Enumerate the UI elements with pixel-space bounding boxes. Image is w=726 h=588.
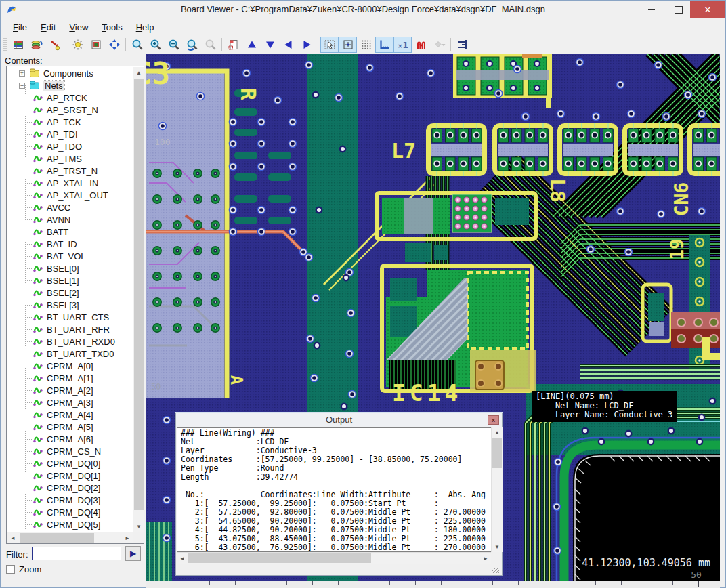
menu-bar: FileEditViewToolsHelp <box>1 18 725 37</box>
tree-net-item[interactable]: AP_TMS <box>7 152 132 165</box>
tree-net-item[interactable]: CPRM_A[6] <box>7 433 132 445</box>
tree-net-item[interactable]: BSEL[0] <box>7 262 132 274</box>
scroll-left-icon[interactable]: ◄ <box>7 532 18 543</box>
tree-item-components[interactable]: + Components <box>7 67 132 79</box>
tree-net-item[interactable]: AP_XTAL_IN <box>7 177 132 189</box>
resize-grip[interactable] <box>492 568 499 573</box>
output-close-button[interactable]: x <box>488 415 499 425</box>
tree-net-item[interactable]: BSEL[1] <box>7 274 132 287</box>
expand-minus-icon[interactable]: − <box>19 83 25 89</box>
minimize-button[interactable] <box>641 1 662 18</box>
layer-color-table-button[interactable] <box>9 37 27 53</box>
scale-x1-button[interactable]: ×1 <box>393 37 412 53</box>
jump-button <box>430 37 448 53</box>
net-icon <box>33 239 43 249</box>
tree-net-item[interactable]: CPRM_A[3] <box>7 396 132 408</box>
scroll-down-icon[interactable]: ▼ <box>133 521 144 532</box>
net-icon <box>33 434 43 444</box>
tree-net-item[interactable]: CPRM_DQ[4] <box>7 506 132 518</box>
scroll-left-icon[interactable]: ◄ <box>177 553 188 564</box>
menu-help[interactable]: Help <box>129 20 161 35</box>
measure-button[interactable] <box>375 37 393 53</box>
tree-net-item[interactable]: AP_XTAL_OUT <box>7 189 132 201</box>
net-highlight-button[interactable] <box>45 37 64 53</box>
tree-net-item[interactable]: BSEL[3] <box>7 299 132 311</box>
scroll-down-icon[interactable]: ▼ <box>492 542 503 552</box>
ruler-tick <box>209 581 210 585</box>
menu-tools[interactable]: Tools <box>95 20 129 35</box>
tree-net-item[interactable]: CPRM_DQ[1] <box>7 469 132 482</box>
zoom-out-button[interactable] <box>165 37 183 53</box>
pan-left-button[interactable] <box>279 37 297 53</box>
scroll-right-icon[interactable]: ► <box>122 532 133 543</box>
select-cursor-button[interactable] <box>320 37 339 53</box>
output-vertical-scrollbar[interactable]: ▲ ▼ <box>491 427 503 552</box>
pan-up-button[interactable] <box>242 37 261 53</box>
tree-net-item[interactable]: BATT <box>7 226 132 238</box>
fit-view-button[interactable] <box>105 37 123 53</box>
pan-down-button[interactable] <box>261 37 279 53</box>
tree-net-item[interactable]: BT_UART_TXD0 <box>7 348 132 360</box>
tree-net-item[interactable]: BT_UART_CTS <box>7 311 132 323</box>
tree-net-item[interactable]: BT_UART_RXD0 <box>7 335 132 348</box>
silk-label-19: 19 <box>667 238 687 259</box>
tree-net-item[interactable]: AP_RTCK <box>7 91 132 104</box>
brightness-button[interactable] <box>68 37 87 53</box>
tree-net-item[interactable]: AP_TCK <box>7 116 132 128</box>
sheet-select-button[interactable] <box>224 37 242 53</box>
layer-stack-button[interactable] <box>27 37 45 53</box>
grid-button[interactable] <box>357 37 375 53</box>
tree-hscroll-thumb[interactable] <box>20 533 94 543</box>
ruler-tick <box>364 581 364 585</box>
tree-net-item[interactable]: AVCC <box>7 201 132 213</box>
zoom-in-button[interactable] <box>146 37 165 53</box>
tree-net-item[interactable]: BSEL[2] <box>7 287 132 299</box>
tree-net-item[interactable]: CPRM_A[5] <box>7 421 132 433</box>
ratsnest-button[interactable] <box>412 37 430 53</box>
tree-net-item[interactable]: CPRM_A[0] <box>7 360 132 372</box>
toolbar-separator <box>66 38 66 51</box>
close-button[interactable]: ✕ <box>690 1 725 18</box>
net-icon <box>33 227 43 236</box>
tree-net-item[interactable]: AP_SRST_N <box>7 104 132 116</box>
scroll-up-icon[interactable]: ▲ <box>133 67 144 78</box>
scroll-up-icon[interactable]: ▲ <box>492 427 503 438</box>
menu-edit[interactable]: Edit <box>34 20 62 35</box>
tree-net-item[interactable]: CPRM_DQ[5] <box>7 518 132 530</box>
tree-net-item[interactable]: BAT_VOL <box>7 250 132 262</box>
tree-net-item[interactable]: CPRM_DQ[3] <box>7 494 132 506</box>
tree-net-item[interactable]: AP_TRST_N <box>7 165 132 177</box>
tree-net-item[interactable]: BAT_ID <box>7 238 132 250</box>
board-view-button[interactable] <box>87 37 105 53</box>
tree-net-item[interactable]: CPRM_DQ[2] <box>7 482 132 494</box>
tree-net-item[interactable]: BT_UART_RFR <box>7 323 132 335</box>
tree-net-item[interactable]: CPRM_A[1] <box>7 372 132 384</box>
filter-input[interactable] <box>32 547 121 560</box>
output-vscroll-thumb[interactable] <box>492 438 502 468</box>
zoom-checkbox[interactable] <box>6 565 15 574</box>
tree-net-item[interactable]: CPRM_CS_N <box>7 445 132 457</box>
expand-plus-icon[interactable]: + <box>19 70 25 77</box>
net-label: BT_UART_TXD0 <box>47 349 114 359</box>
output-hscroll-thumb[interactable] <box>188 553 371 563</box>
tree-vscroll-thumb[interactable] <box>134 79 144 510</box>
tree-net-item[interactable]: AP_TDO <box>7 140 132 152</box>
menu-file[interactable]: File <box>6 20 34 35</box>
tree-net-item[interactable]: AVNN <box>7 213 132 226</box>
tree-vertical-scrollbar[interactable]: ▲ ▼ <box>133 67 144 532</box>
clip-button[interactable] <box>453 37 471 53</box>
tree-net-item[interactable]: CPRM_DQ[0] <box>7 457 132 469</box>
output-horizontal-scrollbar[interactable]: ◄ ► <box>177 552 491 564</box>
scroll-right-icon[interactable]: ► <box>480 553 491 564</box>
pan-right-button[interactable] <box>297 37 316 53</box>
tree-net-item[interactable]: CPRM_A[4] <box>7 408 132 421</box>
select-area-button[interactable] <box>339 37 357 53</box>
tree-net-item[interactable]: AP_TDI <box>7 128 132 140</box>
menu-view[interactable]: View <box>62 20 95 35</box>
tree-net-item[interactable]: CPRM_A[2] <box>7 384 132 396</box>
maximize-button[interactable] <box>668 1 689 18</box>
zoom-box-button[interactable] <box>128 37 146 53</box>
tree-horizontal-scrollbar[interactable]: ◄ ► <box>7 532 133 543</box>
filter-run-button[interactable]: ▶ <box>125 546 141 561</box>
zoom-back-button[interactable] <box>183 37 201 53</box>
